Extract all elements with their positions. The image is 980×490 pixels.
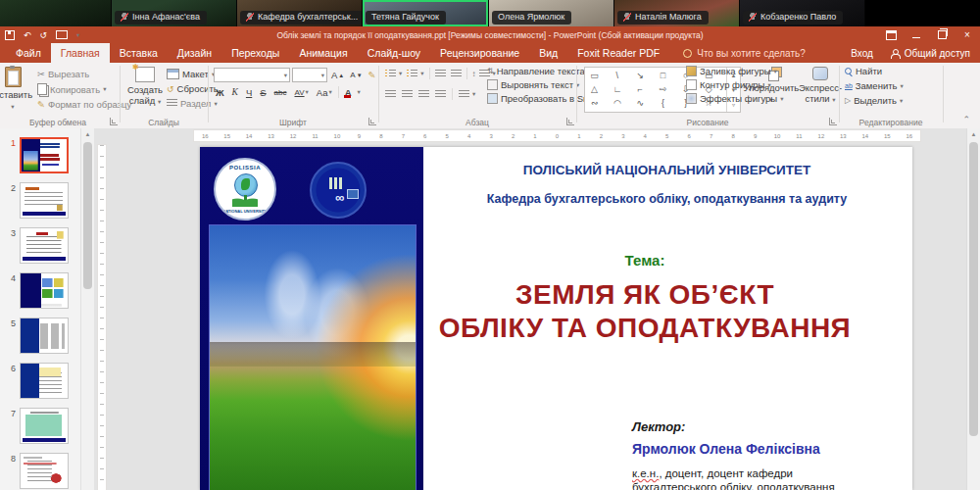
font-color-button[interactable]: А (343, 87, 354, 98)
slide-thumbnail[interactable] (20, 272, 69, 309)
slide-thumbnail-row-7[interactable]: 7 (8, 408, 80, 444)
ribbon-tab-главная[interactable]: Главная (51, 43, 110, 63)
layout-button[interactable]: Макет▾ (167, 69, 219, 79)
thumbnail-scroll-up-icon[interactable]: ▲ (81, 128, 94, 140)
slide-area-scrollbar[interactable]: ▲ (966, 128, 980, 490)
shape-icon[interactable]: ◠ (610, 97, 624, 110)
shape-icon[interactable]: ⇨ (656, 82, 670, 95)
ribbon-tab-вид[interactable]: Вид (529, 43, 567, 63)
shape-icon[interactable]: □ (656, 69, 670, 81)
ribbon-tab-вставка[interactable]: Вставка (110, 43, 168, 63)
align-center-button[interactable] (402, 90, 413, 99)
ribbon-tab-файл[interactable]: Файл (6, 43, 51, 63)
shrink-font-button[interactable]: А▼ (348, 71, 364, 79)
text-shadow-button[interactable]: abc (272, 88, 289, 97)
minimize-button[interactable] (904, 26, 929, 43)
ribbon-tab-анимация[interactable]: Анимация (289, 43, 357, 63)
format-painter-button[interactable]: ✎Формат по образцу (37, 99, 131, 110)
reset-button[interactable]: ↺Сбросить (167, 83, 219, 94)
shape-icon[interactable]: ∿ (633, 97, 648, 110)
select-button[interactable]: ▷Выделить▾ (845, 95, 904, 106)
ribbon-tab-дизайн[interactable]: Дизайн (168, 43, 221, 63)
clear-formatting-button[interactable]: ✎ (367, 70, 378, 80)
slide-thumbnail-row-6[interactable]: 6 (8, 363, 80, 399)
justify-button[interactable] (435, 90, 446, 99)
shape-icon[interactable]: ⌐ (633, 82, 648, 95)
participant-tile[interactable]: Кафедра бухгалтерськ... (237, 0, 363, 26)
slide-thumbnail[interactable] (20, 137, 69, 173)
slide-thumbnail[interactable] (20, 408, 69, 444)
slide-thumbnail-row-8[interactable]: 8 (8, 453, 80, 489)
participant-tile[interactable]: Наталія Малюга (614, 0, 740, 26)
participant-tile[interactable]: Олена Ярмолюк (489, 0, 614, 26)
ribbon-tab-рецензирование[interactable]: Рецензирование (430, 43, 529, 63)
ribbon-tab-слайд-шоу[interactable]: Слайд-шоу (358, 43, 430, 63)
paste-button[interactable]: Вставить▾ (0, 67, 33, 112)
participant-tile[interactable] (0, 0, 112, 26)
font-size-combobox[interactable]: ▾ (292, 68, 327, 82)
participant-tile[interactable]: Інна Афанас'єва (112, 0, 237, 26)
bullets-button[interactable]: ▾ (385, 70, 402, 78)
replace-button[interactable]: abЗаменить▾ (845, 80, 904, 91)
strikethrough-button[interactable]: S (258, 87, 268, 98)
shape-outline-button[interactable]: Контур фигуры▾ (686, 79, 783, 90)
scroll-up-icon[interactable]: ▲ (967, 128, 980, 140)
slide-thumbnail-panel[interactable]: 12345678 (0, 128, 80, 490)
slide-thumbnail[interactable] (20, 363, 69, 399)
shape-icon[interactable]: \ (610, 69, 624, 81)
increase-indent-button[interactable] (451, 70, 462, 78)
slide-thumbnail-row-1[interactable]: 1 (8, 137, 80, 173)
new-slide-button[interactable]: Создатьслайд ▾ (123, 67, 167, 107)
participant-tile[interactable]: Кобзаренко Павло (740, 0, 865, 26)
tell-me-box[interactable]: Что вы хотите сделать? (683, 43, 806, 63)
slide-thumbnail[interactable] (20, 453, 69, 489)
close-button[interactable]: × (955, 26, 980, 43)
columns-button[interactable]: ▾ (459, 90, 475, 99)
slide-canvas[interactable]: POLISSIA NATIONAL UNIVERSITY ∞ ПОЛІСЬКИЙ… (200, 147, 912, 490)
change-case-button[interactable]: Aa▾ (315, 87, 334, 98)
share-button[interactable]: Общий доступ (891, 48, 970, 59)
shape-icon[interactable]: ∾ (587, 97, 602, 110)
shape-icon[interactable]: ∟ (610, 82, 624, 95)
find-button[interactable]: Найти (845, 66, 904, 76)
ribbon-tab-foxit-reader-pdf[interactable]: Foxit Reader PDF (567, 43, 669, 63)
font-dialog-launcher[interactable] (368, 118, 376, 125)
shape-fill-button[interactable]: Заливка фигуры▾ (686, 66, 783, 76)
numbering-button[interactable]: ▾ (407, 70, 423, 78)
section-button[interactable]: Раздел▾ (167, 98, 219, 109)
thumbnail-scrollbar[interactable]: ▲ (80, 128, 94, 490)
shape-effects-button[interactable]: Эффекты фигуры▾ (686, 93, 783, 104)
sign-in-link[interactable]: Вход (851, 48, 873, 59)
underline-button[interactable]: Ч (244, 87, 254, 98)
ribbon-tab-переходы[interactable]: Переходы (221, 43, 289, 63)
clipboard-dialog-launcher[interactable] (110, 118, 118, 125)
cut-button[interactable]: ✂Вырезать (37, 69, 131, 79)
character-spacing-button[interactable]: AV▾ (293, 88, 311, 97)
align-left-button[interactable] (385, 90, 396, 99)
collapse-ribbon-icon[interactable]: ⌃ (962, 115, 970, 124)
slide-thumbnail-row-3[interactable]: 3 (8, 227, 80, 264)
slide-thumbnail-row-5[interactable]: 5 (8, 318, 80, 354)
restore-button[interactable] (929, 26, 955, 43)
grow-font-button[interactable]: А▲ (329, 70, 346, 80)
font-name-combobox[interactable]: ▾ (214, 68, 290, 82)
bold-button[interactable]: Ж (214, 87, 226, 98)
slide-thumbnail[interactable] (20, 227, 69, 264)
slide-thumbnail[interactable] (20, 318, 69, 354)
align-right-button[interactable] (418, 90, 429, 99)
decrease-indent-button[interactable] (435, 70, 446, 78)
drawing-dialog-launcher[interactable] (829, 118, 837, 125)
participant-tile[interactable]: Тетяна Гайдучок (363, 0, 489, 26)
ribbon-display-options-button[interactable] (878, 26, 904, 43)
italic-button[interactable]: К (230, 87, 240, 97)
copy-button[interactable]: Копировать▾ (37, 83, 131, 95)
shape-icon[interactable]: ↘ (633, 69, 648, 81)
slide-thumbnail-row-4[interactable]: 4 (8, 272, 80, 309)
slide-thumbnail[interactable] (20, 182, 69, 219)
shape-icon[interactable]: ▭ (587, 69, 602, 81)
quick-styles-button[interactable]: Экспресс-стили ▾ (796, 67, 845, 105)
shape-icon[interactable]: △ (587, 82, 602, 95)
paragraph-dialog-launcher[interactable] (566, 118, 574, 125)
slide-thumbnail-row-2[interactable]: 2 (8, 182, 80, 219)
shape-icon[interactable]: { (656, 97, 670, 110)
